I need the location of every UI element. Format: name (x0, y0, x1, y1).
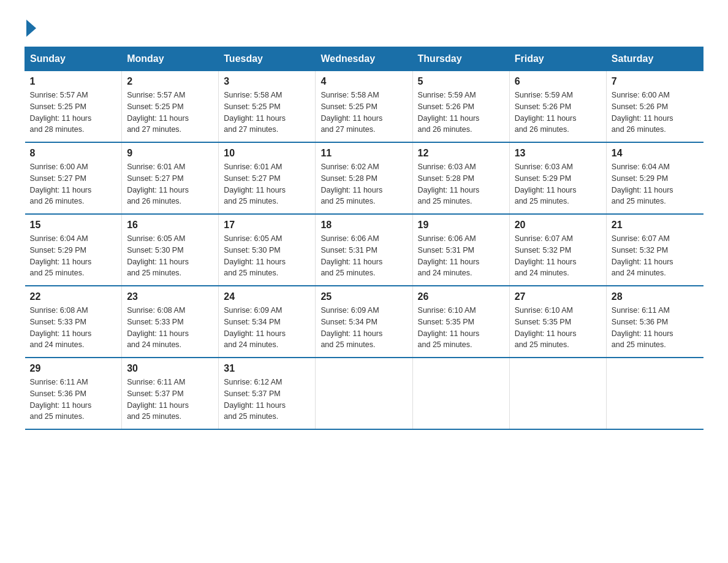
column-header-wednesday: Wednesday (316, 47, 412, 71)
calendar-cell: 27Sunrise: 6:10 AMSunset: 5:35 PMDayligh… (509, 286, 606, 358)
day-info: Sunrise: 6:01 AMSunset: 5:27 PMDaylight:… (127, 161, 213, 207)
day-number: 10 (224, 148, 310, 159)
calendar-cell: 5Sunrise: 5:59 AMSunset: 5:26 PMDaylight… (412, 71, 509, 143)
calendar-cell: 8Sunrise: 6:00 AMSunset: 5:27 PMDaylight… (25, 142, 122, 214)
calendar-cell (412, 358, 509, 429)
calendar-cell: 28Sunrise: 6:11 AMSunset: 5:36 PMDayligh… (606, 286, 703, 358)
day-info: Sunrise: 6:03 AMSunset: 5:29 PMDaylight:… (515, 161, 601, 207)
day-info: Sunrise: 6:07 AMSunset: 5:32 PMDaylight:… (612, 233, 699, 279)
day-info: Sunrise: 6:11 AMSunset: 5:36 PMDaylight:… (612, 305, 699, 351)
calendar-cell: 31Sunrise: 6:12 AMSunset: 5:37 PMDayligh… (219, 358, 316, 429)
day-number: 22 (30, 291, 117, 302)
calendar-cell: 10Sunrise: 6:01 AMSunset: 5:27 PMDayligh… (219, 142, 316, 214)
calendar-week-row: 15Sunrise: 6:04 AMSunset: 5:29 PMDayligh… (25, 214, 703, 286)
column-header-tuesday: Tuesday (219, 47, 316, 71)
calendar-cell: 26Sunrise: 6:10 AMSunset: 5:35 PMDayligh… (412, 286, 509, 358)
calendar-cell: 24Sunrise: 6:09 AMSunset: 5:34 PMDayligh… (219, 286, 316, 358)
day-info: Sunrise: 5:57 AMSunset: 5:25 PMDaylight:… (127, 90, 213, 136)
calendar-cell: 6Sunrise: 5:59 AMSunset: 5:26 PMDaylight… (509, 71, 606, 143)
day-info: Sunrise: 6:01 AMSunset: 5:27 PMDaylight:… (224, 161, 310, 207)
calendar-table: SundayMondayTuesdayWednesdayThursdayFrid… (25, 47, 703, 430)
day-number: 24 (224, 291, 310, 302)
column-header-friday: Friday (509, 47, 606, 71)
day-info: Sunrise: 6:06 AMSunset: 5:31 PMDaylight:… (418, 233, 504, 279)
calendar-cell: 11Sunrise: 6:02 AMSunset: 5:28 PMDayligh… (316, 142, 412, 214)
logo (25, 18, 36, 34)
day-info: Sunrise: 6:02 AMSunset: 5:28 PMDaylight:… (320, 161, 407, 207)
day-info: Sunrise: 6:04 AMSunset: 5:29 PMDaylight:… (30, 233, 117, 279)
calendar-cell (606, 358, 703, 429)
day-number: 15 (30, 220, 117, 231)
calendar-week-row: 22Sunrise: 6:08 AMSunset: 5:33 PMDayligh… (25, 286, 703, 358)
day-info: Sunrise: 6:00 AMSunset: 5:26 PMDaylight:… (612, 90, 699, 136)
calendar-cell: 4Sunrise: 5:58 AMSunset: 5:25 PMDaylight… (316, 71, 412, 143)
calendar-cell: 13Sunrise: 6:03 AMSunset: 5:29 PMDayligh… (509, 142, 606, 214)
day-number: 9 (127, 148, 213, 159)
day-info: Sunrise: 6:10 AMSunset: 5:35 PMDaylight:… (515, 305, 601, 351)
day-number: 8 (30, 148, 117, 159)
calendar-cell: 29Sunrise: 6:11 AMSunset: 5:36 PMDayligh… (25, 358, 122, 429)
day-info: Sunrise: 6:04 AMSunset: 5:29 PMDaylight:… (612, 161, 699, 207)
day-info: Sunrise: 6:11 AMSunset: 5:37 PMDaylight:… (127, 377, 213, 423)
day-number: 27 (515, 291, 601, 302)
calendar-cell: 20Sunrise: 6:07 AMSunset: 5:32 PMDayligh… (509, 214, 606, 286)
day-number: 16 (127, 220, 213, 231)
calendar-cell: 21Sunrise: 6:07 AMSunset: 5:32 PMDayligh… (606, 214, 703, 286)
column-header-sunday: Sunday (25, 47, 122, 71)
day-info: Sunrise: 6:07 AMSunset: 5:32 PMDaylight:… (515, 233, 601, 279)
calendar-cell: 18Sunrise: 6:06 AMSunset: 5:31 PMDayligh… (316, 214, 412, 286)
day-info: Sunrise: 5:59 AMSunset: 5:26 PMDaylight:… (515, 90, 601, 136)
calendar-header-row: SundayMondayTuesdayWednesdayThursdayFrid… (25, 47, 703, 71)
logo-arrow-icon (26, 20, 36, 37)
day-info: Sunrise: 6:09 AMSunset: 5:34 PMDaylight:… (224, 305, 310, 351)
day-number: 29 (30, 363, 117, 374)
day-info: Sunrise: 6:05 AMSunset: 5:30 PMDaylight:… (224, 233, 310, 279)
day-info: Sunrise: 6:06 AMSunset: 5:31 PMDaylight:… (320, 233, 407, 279)
day-info: Sunrise: 6:05 AMSunset: 5:30 PMDaylight:… (127, 233, 213, 279)
calendar-cell: 30Sunrise: 6:11 AMSunset: 5:37 PMDayligh… (122, 358, 219, 429)
calendar-cell: 15Sunrise: 6:04 AMSunset: 5:29 PMDayligh… (25, 214, 122, 286)
day-number: 3 (224, 76, 310, 87)
day-number: 21 (612, 220, 699, 231)
day-number: 4 (320, 76, 407, 87)
calendar-cell: 23Sunrise: 6:08 AMSunset: 5:33 PMDayligh… (122, 286, 219, 358)
calendar-cell: 17Sunrise: 6:05 AMSunset: 5:30 PMDayligh… (219, 214, 316, 286)
day-info: Sunrise: 6:08 AMSunset: 5:33 PMDaylight:… (127, 305, 213, 351)
day-info: Sunrise: 5:57 AMSunset: 5:25 PMDaylight:… (30, 90, 117, 136)
calendar-cell: 14Sunrise: 6:04 AMSunset: 5:29 PMDayligh… (606, 142, 703, 214)
day-number: 17 (224, 220, 310, 231)
day-number: 18 (320, 220, 407, 231)
day-info: Sunrise: 6:03 AMSunset: 5:28 PMDaylight:… (418, 161, 504, 207)
day-info: Sunrise: 5:58 AMSunset: 5:25 PMDaylight:… (320, 90, 407, 136)
day-number: 5 (418, 76, 504, 87)
calendar-cell: 22Sunrise: 6:08 AMSunset: 5:33 PMDayligh… (25, 286, 122, 358)
day-number: 2 (127, 76, 213, 87)
calendar-week-row: 8Sunrise: 6:00 AMSunset: 5:27 PMDaylight… (25, 142, 703, 214)
day-info: Sunrise: 6:09 AMSunset: 5:34 PMDaylight:… (320, 305, 407, 351)
day-number: 11 (320, 148, 407, 159)
calendar-cell (509, 358, 606, 429)
calendar-cell: 1Sunrise: 5:57 AMSunset: 5:25 PMDaylight… (25, 71, 122, 143)
page-header (25, 18, 703, 34)
day-number: 25 (320, 291, 407, 302)
day-number: 19 (418, 220, 504, 231)
calendar-cell: 3Sunrise: 5:58 AMSunset: 5:25 PMDaylight… (219, 71, 316, 143)
calendar-cell: 25Sunrise: 6:09 AMSunset: 5:34 PMDayligh… (316, 286, 412, 358)
day-number: 23 (127, 291, 213, 302)
day-number: 31 (224, 363, 310, 374)
column-header-saturday: Saturday (606, 47, 703, 71)
day-number: 6 (515, 76, 601, 87)
day-number: 14 (612, 148, 699, 159)
day-info: Sunrise: 5:58 AMSunset: 5:25 PMDaylight:… (224, 90, 310, 136)
day-info: Sunrise: 6:11 AMSunset: 5:36 PMDaylight:… (30, 377, 117, 423)
calendar-cell: 2Sunrise: 5:57 AMSunset: 5:25 PMDaylight… (122, 71, 219, 143)
day-info: Sunrise: 6:00 AMSunset: 5:27 PMDaylight:… (30, 161, 117, 207)
column-header-monday: Monday (122, 47, 219, 71)
day-info: Sunrise: 6:08 AMSunset: 5:33 PMDaylight:… (30, 305, 117, 351)
day-number: 1 (30, 76, 117, 87)
day-number: 13 (515, 148, 601, 159)
day-number: 30 (127, 363, 213, 374)
day-number: 20 (515, 220, 601, 231)
column-header-thursday: Thursday (412, 47, 509, 71)
calendar-cell (316, 358, 412, 429)
